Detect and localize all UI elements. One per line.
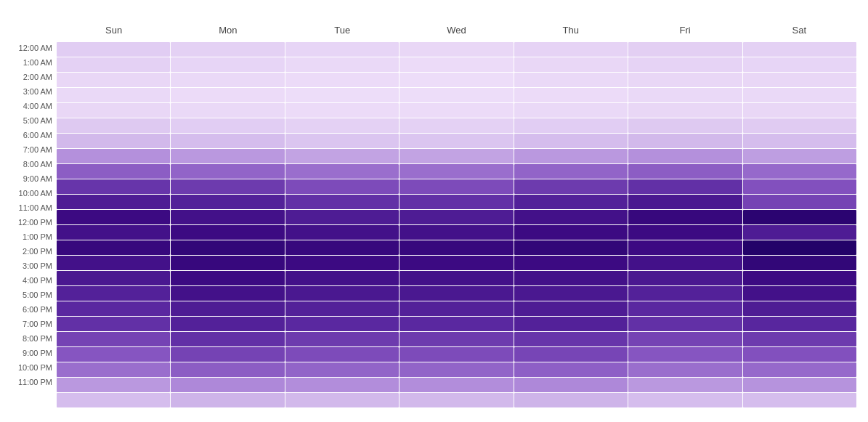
heatmap-cell	[171, 42, 284, 57]
table-row	[57, 195, 856, 209]
heatmap-cell	[743, 57, 856, 72]
heatmap-cell	[514, 271, 628, 285]
y-label: 12:00 AM	[12, 41, 52, 55]
heatmap-cell	[171, 301, 284, 316]
y-label: 3:00 PM	[12, 259, 52, 273]
col-header: Sat	[742, 20, 856, 41]
heatmap-cell	[285, 57, 399, 72]
col-header: Fri	[628, 20, 742, 41]
y-label: 3:00 AM	[12, 84, 52, 99]
col-header: Tue	[285, 20, 399, 41]
heatmap-cell	[285, 286, 399, 301]
heatmap-cell	[399, 256, 513, 270]
heatmap-cell	[399, 317, 513, 331]
heatmap-cell	[628, 42, 742, 57]
heatmap-cell	[514, 225, 628, 240]
heatmap-cell	[514, 256, 628, 270]
heatmap-cell	[514, 73, 628, 87]
heatmap-cell	[399, 332, 513, 346]
table-row	[57, 118, 856, 133]
heatmap-cell	[628, 88, 742, 102]
heatmap-cell	[171, 134, 284, 148]
heatmap-cell	[743, 317, 856, 331]
heatmap-cell	[628, 103, 742, 118]
y-label: 2:00 AM	[12, 70, 52, 84]
col-header: Mon	[171, 20, 285, 41]
heatmap-cell	[628, 57, 742, 72]
heatmap-cell	[399, 179, 513, 194]
heatmap-cell	[171, 195, 284, 209]
grid-rows	[57, 42, 856, 408]
y-label: 10:00 PM	[12, 360, 52, 375]
heatmap-cell	[399, 286, 513, 301]
heatmap-cell	[57, 347, 170, 362]
table-row	[57, 317, 856, 331]
heatmap-cell	[171, 149, 284, 163]
heatmap-cell	[743, 286, 856, 301]
heatmap-cell	[57, 118, 170, 133]
heatmap-cell	[285, 149, 399, 163]
table-row	[57, 378, 856, 392]
heatmap-cell	[743, 301, 856, 316]
table-row	[57, 73, 856, 87]
heatmap-cell	[399, 103, 513, 118]
heatmap-cell	[285, 317, 399, 331]
heatmap-cell	[285, 362, 399, 377]
heatmap-cell	[399, 164, 513, 179]
heatmap-cell	[514, 88, 628, 102]
heatmap-cell	[285, 103, 399, 118]
heatmap-cell	[514, 195, 628, 209]
heatmap-cell	[57, 164, 170, 179]
heatmap-cell	[514, 118, 628, 133]
heatmap-cell	[514, 42, 628, 57]
heatmap-cell	[399, 88, 513, 102]
heatmap-cell	[743, 73, 856, 87]
heatmap-cell	[743, 118, 856, 133]
heatmap-cell	[514, 332, 628, 346]
heatmap-cell	[743, 195, 856, 209]
table-row	[57, 88, 856, 102]
table-row	[57, 271, 856, 285]
heatmap-cell	[628, 164, 742, 179]
y-label: 9:00 PM	[12, 346, 52, 360]
table-row	[57, 42, 856, 57]
heatmap-cell	[57, 179, 170, 194]
heatmap-cell	[171, 240, 284, 255]
y-label: 8:00 AM	[12, 157, 52, 171]
heatmap-cell	[171, 347, 284, 362]
heatmap-cell	[285, 271, 399, 285]
table-row	[57, 332, 856, 346]
heatmap-cell	[514, 301, 628, 316]
heatmap-cell	[514, 134, 628, 148]
heatmap-cell	[285, 195, 399, 209]
heatmap-cell	[171, 378, 284, 392]
heatmap-cell	[628, 179, 742, 194]
heatmap-cell	[57, 378, 170, 392]
heatmap-cell	[743, 256, 856, 270]
col-header: Wed	[399, 20, 514, 41]
y-axis: 12:00 AM1:00 AM2:00 AM3:00 AM4:00 AM5:00…	[12, 20, 57, 408]
heatmap-cell	[628, 317, 742, 331]
heatmap-cell	[743, 362, 856, 377]
col-headers: SunMonTueWedThuFriSat	[57, 20, 856, 41]
table-row	[57, 179, 856, 194]
heatmap-cell	[399, 393, 513, 407]
heatmap-cell	[171, 332, 284, 346]
heatmap-cell	[57, 256, 170, 270]
heatmap-cell	[285, 179, 399, 194]
y-label: 4:00 AM	[12, 99, 52, 113]
grid-area: SunMonTueWedThuFriSat	[57, 20, 856, 408]
heatmap-cell	[628, 195, 742, 209]
table-row	[57, 210, 856, 224]
heatmap-cell	[514, 179, 628, 194]
heatmap-cell	[171, 179, 284, 194]
heatmap-cell	[514, 57, 628, 72]
heatmap-cell	[285, 42, 399, 57]
heatmap-cell	[57, 225, 170, 240]
heatmap-cell	[628, 149, 742, 163]
heatmap-cell	[285, 347, 399, 362]
heatmap-cell	[399, 149, 513, 163]
heatmap-cell	[171, 118, 284, 133]
table-row	[57, 347, 856, 362]
table-row	[57, 286, 856, 301]
